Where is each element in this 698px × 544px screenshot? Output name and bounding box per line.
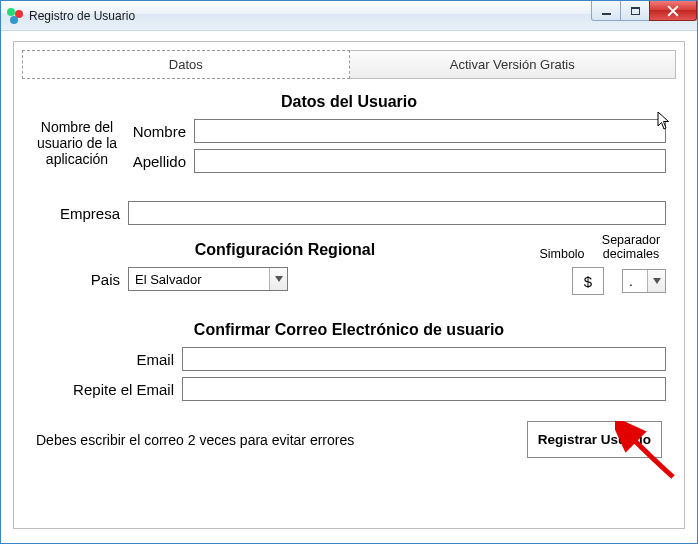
email-hint: Debes escribir el correo 2 veces para ev… — [36, 432, 354, 448]
name-block: Nombre del usuario de la aplicación Nomb… — [32, 119, 666, 179]
window-title: Registro de Usuario — [29, 9, 135, 23]
empresa-input[interactable] — [128, 201, 666, 225]
maximize-button[interactable] — [620, 1, 650, 21]
side-note: Nombre del usuario de la aplicación — [32, 119, 128, 167]
simbolo-box[interactable]: $ — [572, 267, 604, 295]
label-email: Email — [32, 351, 182, 368]
separador-value: . — [629, 273, 633, 289]
tab-datos[interactable]: Datos — [22, 50, 350, 79]
label-separador: Separador decimales — [596, 233, 666, 261]
label-email2: Repite el Email — [32, 381, 182, 398]
label-simbolo: Simbolo — [538, 247, 586, 261]
app-icon — [7, 8, 23, 24]
section-datos-usuario: Datos del Usuario — [32, 93, 666, 111]
email-input[interactable] — [182, 347, 666, 371]
simbolo-value: $ — [584, 273, 592, 290]
close-button[interactable] — [649, 1, 697, 21]
separador-select[interactable]: . — [622, 269, 666, 293]
nombre-input[interactable] — [194, 119, 666, 143]
window-controls — [592, 1, 697, 21]
tab-activar[interactable]: Activar Versión Gratis — [349, 50, 677, 79]
section-confirmar-email: Confirmar Correo Electrónico de usuario — [32, 321, 666, 339]
pais-select[interactable]: El Salvador — [128, 267, 288, 291]
label-empresa: Empresa — [32, 205, 128, 222]
minimize-button[interactable] — [591, 1, 621, 21]
label-nombre: Nombre — [128, 123, 194, 140]
pais-value: El Salvador — [135, 272, 201, 287]
label-pais: Pais — [32, 271, 128, 288]
registrar-button[interactable]: Registrar Usuario — [527, 421, 662, 458]
section-config-regional: Configuración Regional — [32, 241, 538, 259]
email-repeat-input[interactable] — [182, 377, 666, 401]
titlebar: Registro de Usuario — [1, 1, 697, 31]
label-apellido: Apellido — [128, 153, 194, 170]
main-panel: Datos Activar Versión Gratis Datos del U… — [13, 41, 685, 529]
regional-headers: Simbolo Separador decimales — [538, 233, 666, 261]
tabstrip: Datos Activar Versión Gratis — [22, 50, 676, 79]
tab-content: Datos del Usuario Nombre del usuario de … — [14, 79, 684, 468]
apellido-input[interactable] — [194, 149, 666, 173]
client-area: Datos Activar Versión Gratis Datos del U… — [1, 31, 697, 541]
chevron-down-icon — [647, 270, 665, 292]
window: Registro de Usuario Datos Activar Versió… — [0, 0, 698, 544]
chevron-down-icon — [269, 268, 287, 290]
